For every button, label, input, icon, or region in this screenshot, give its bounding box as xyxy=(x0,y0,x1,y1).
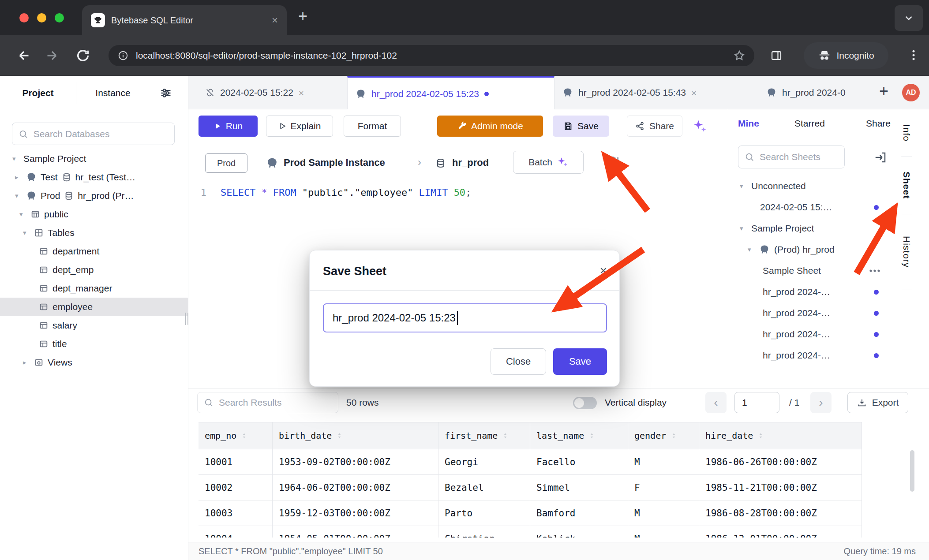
editor-tabbar: 2024-02-05 15:22 × hr_prod 2024-02-05 15… xyxy=(188,76,929,109)
browser-tab[interactable]: Bytebase SQL Editor × xyxy=(82,5,287,35)
sheet-item[interactable]: hr_prod 2024-… xyxy=(728,345,901,366)
admin-mode-button[interactable]: Admin mode xyxy=(437,116,543,137)
table-row[interactable]: 100031959-12-03T00:00:00ZPartoBamfordM19… xyxy=(199,500,862,526)
side-panel-icon[interactable] xyxy=(769,49,783,62)
import-sheet-icon[interactable] xyxy=(874,151,887,164)
sort-icon[interactable] xyxy=(671,432,677,439)
sheet-item[interactable]: hr_prod 2024-… xyxy=(728,281,901,302)
tree-item-views-group[interactable]: ▸ Views xyxy=(0,353,188,372)
address-bar[interactable]: localhost:8080/sql-editor/prod-sample-in… xyxy=(109,45,754,66)
run-button[interactable]: Run xyxy=(199,116,258,137)
sheet-name-input[interactable]: hr_prod 2024-02-05 15:23 xyxy=(323,303,607,332)
sheet-item-sample-sheet[interactable]: Sample Sheet xyxy=(728,260,901,281)
tree-item-table-employee[interactable]: employee xyxy=(0,298,188,316)
table-row[interactable]: 100041954-05-01T00:00:00ZChirstianKoblic… xyxy=(199,526,862,538)
explain-button[interactable]: Explain xyxy=(266,116,333,137)
window-close-button[interactable] xyxy=(19,13,29,22)
dialog-close-button[interactable]: Close xyxy=(491,348,546,375)
editor-tab-4[interactable]: hr_prod 2024-0 xyxy=(758,76,874,109)
column-header[interactable]: last_name xyxy=(530,422,628,449)
table-row[interactable]: 100011953-09-02T00:00:00ZGeorgiFacelloM1… xyxy=(199,449,862,475)
tree-item-sample-project[interactable]: ▾ Sample Project xyxy=(0,149,188,168)
search-sheets-input[interactable] xyxy=(760,152,838,162)
tree-item-prod-db[interactable]: ▾ Prod hr_prod (Pr… xyxy=(0,187,188,205)
column-header[interactable]: hire_date xyxy=(699,422,862,449)
dialog-close-icon[interactable]: × xyxy=(600,264,607,278)
editor-tab-2-active[interactable]: hr_prod 2024-02-05 15:23 xyxy=(347,76,554,110)
window-minimize-button[interactable] xyxy=(37,13,46,22)
tree-item-table-title[interactable]: title xyxy=(0,335,188,353)
vtab-history[interactable]: History xyxy=(901,214,912,290)
close-icon[interactable]: × xyxy=(691,88,697,97)
tree-item-schema-public[interactable]: ▾ public xyxy=(0,205,188,224)
search-databases-input[interactable] xyxy=(34,129,168,139)
forward-icon[interactable] xyxy=(44,48,60,63)
sort-icon[interactable] xyxy=(241,432,247,439)
column-header[interactable]: first_name xyxy=(438,422,530,449)
format-button[interactable]: Format xyxy=(344,116,401,137)
tree-item-tables-group[interactable]: ▾ Tables xyxy=(0,224,188,242)
tab-project[interactable]: Project xyxy=(0,76,76,110)
page-number-input[interactable] xyxy=(734,392,779,413)
search-databases-box[interactable] xyxy=(12,123,175,145)
editor-tab-1[interactable]: 2024-02-05 15:22 × xyxy=(197,76,347,109)
tab-instance[interactable]: Instance xyxy=(76,76,150,110)
reload-icon[interactable] xyxy=(75,48,91,63)
environment-badge[interactable]: Prod xyxy=(205,153,247,173)
tab-search-button[interactable] xyxy=(895,5,923,31)
editor-tab-3[interactable]: hr_prod 2024-02-05 15:43 × xyxy=(554,76,753,109)
table-row[interactable]: 100021964-06-02T00:00:00ZBezalelSimmelF1… xyxy=(199,475,862,500)
next-page-button[interactable]: › xyxy=(810,392,832,413)
new-tab-button[interactable]: + xyxy=(298,7,307,26)
sheet-group-prod-hr-prod[interactable]: ▾ (Prod) hr_prod xyxy=(728,239,901,260)
sheet-group-unconnected[interactable]: ▾ Unconnected xyxy=(728,175,901,197)
save-button[interactable]: Save xyxy=(553,116,609,137)
share-button[interactable]: Share xyxy=(627,116,682,137)
sheet-tab-starred[interactable]: Starred xyxy=(794,118,825,129)
sort-icon[interactable] xyxy=(757,432,764,439)
sort-icon[interactable] xyxy=(502,432,509,439)
dialog-save-button[interactable]: Save xyxy=(553,348,607,375)
bookmark-star-icon[interactable] xyxy=(733,49,745,62)
site-info-icon[interactable] xyxy=(117,50,129,61)
user-avatar[interactable]: AD xyxy=(902,84,920,101)
sort-icon[interactable] xyxy=(588,432,595,439)
column-header[interactable]: emp_no xyxy=(199,422,273,449)
search-results-box[interactable] xyxy=(197,392,338,413)
tree-item-table-dept-emp[interactable]: dept_emp xyxy=(0,261,188,279)
sheet-group-sample-project[interactable]: ▾ Sample Project xyxy=(728,218,901,239)
tree-item-test-db[interactable]: ▸ Test hr_test (Test… xyxy=(0,168,188,187)
batch-button[interactable]: Batch xyxy=(513,151,584,174)
close-icon[interactable]: × xyxy=(299,88,304,97)
export-button[interactable]: Export xyxy=(847,392,908,413)
column-header[interactable]: gender xyxy=(628,422,699,449)
new-query-tab-button[interactable]: + xyxy=(879,82,888,101)
sheet-item-unsaved[interactable]: 2024-02-05 15:… xyxy=(728,197,901,218)
results-scrollbar[interactable] xyxy=(910,450,914,492)
window-zoom-button[interactable] xyxy=(55,13,64,22)
ai-sparkle-icon[interactable] xyxy=(692,119,707,134)
tree-item-table-department[interactable]: department xyxy=(0,242,188,261)
vtab-sheet[interactable]: Sheet xyxy=(901,157,912,214)
refresh-icon[interactable] xyxy=(603,154,621,172)
tree-item-table-dept-manager[interactable]: dept_manager xyxy=(0,279,188,298)
vtab-info[interactable]: Info xyxy=(901,109,912,157)
database-name[interactable]: hr_prod xyxy=(452,157,489,168)
instance-name[interactable]: Prod Sample Instance xyxy=(284,157,385,168)
sort-icon[interactable] xyxy=(336,432,343,439)
browser-menu-icon[interactable] xyxy=(907,49,920,62)
vertical-display-toggle[interactable] xyxy=(573,397,597,409)
sheet-item[interactable]: hr_prod 2024-… xyxy=(728,302,901,324)
more-ellipsis-icon[interactable] xyxy=(869,268,881,273)
sheet-tab-share[interactable]: Share xyxy=(866,118,891,129)
search-results-input[interactable] xyxy=(219,397,332,408)
tab-close-icon[interactable]: × xyxy=(272,15,278,26)
filter-sliders-icon[interactable] xyxy=(160,87,172,99)
search-sheets-box[interactable] xyxy=(738,146,845,168)
back-icon[interactable] xyxy=(16,48,32,63)
tree-item-table-salary[interactable]: salary xyxy=(0,316,188,335)
column-header[interactable]: birth_date xyxy=(273,422,438,449)
sheet-tab-mine[interactable]: Mine xyxy=(738,118,759,129)
sheet-item[interactable]: hr_prod 2024-… xyxy=(728,324,901,345)
prev-page-button[interactable]: ‹ xyxy=(705,392,727,413)
